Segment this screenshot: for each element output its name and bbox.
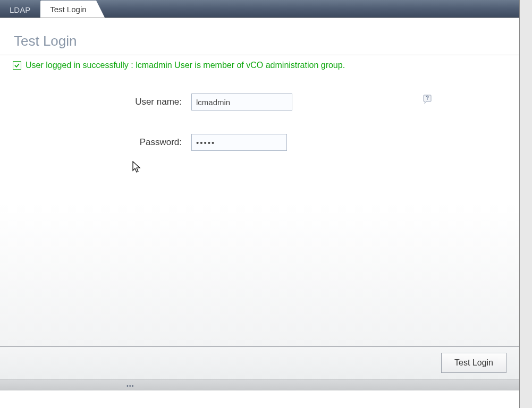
window-border: [519, 0, 532, 408]
tab-test-login[interactable]: Test Login: [40, 1, 96, 18]
password-input[interactable]: [191, 134, 287, 151]
password-row: Password:: [0, 134, 519, 151]
status-row: User logged in successfully : lcmadmin U…: [0, 55, 519, 75]
status-message: User logged in successfully : lcmadmin U…: [26, 61, 345, 70]
password-label: Password:: [0, 137, 191, 148]
svg-text:?: ?: [426, 95, 429, 101]
tab-test-login-label: Test Login: [50, 5, 86, 14]
status-strip: •••: [0, 379, 519, 390]
footer-bar: Test Login: [0, 346, 519, 379]
checkmark-icon: [13, 61, 21, 70]
username-row: User name: ?: [0, 94, 519, 110]
username-label: User name:: [0, 97, 191, 107]
login-form: User name: ? Password:: [0, 75, 519, 151]
test-login-button[interactable]: Test Login: [441, 353, 506, 373]
page-title: Test Login: [0, 18, 519, 55]
grip-icon[interactable]: •••: [126, 382, 134, 389]
content-area: Test Login User logged in successfully :…: [0, 18, 519, 358]
tab-bar: LDAP Test Login: [0, 0, 519, 18]
tab-ldap[interactable]: LDAP: [0, 2, 40, 18]
tab-ldap-label: LDAP: [10, 5, 30, 14]
username-input[interactable]: [191, 94, 292, 110]
help-icon[interactable]: ?: [423, 95, 433, 105]
